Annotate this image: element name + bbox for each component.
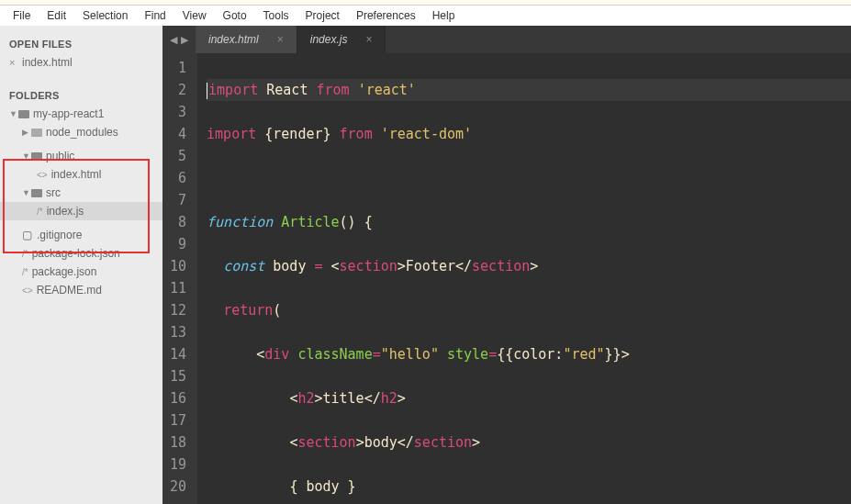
file-type-icon: <> [37,170,48,180]
menu-help[interactable]: Help [425,6,463,25]
tab-index-js[interactable]: index.js × [297,26,386,53]
tab-label: index.html [208,33,259,46]
menu-preferences[interactable]: Preferences [349,6,423,25]
tree-src-index[interactable]: /* index.js [0,202,162,220]
tab-row: ◀ ▶ index.html × index.js × [162,26,851,53]
folder-icon [31,129,46,137]
code-content[interactable]: import React from 'react' import {render… [197,53,851,504]
close-icon[interactable]: × [9,57,18,68]
menu-tools[interactable]: Tools [256,6,297,25]
editor-area: ◀ ▶ index.html × index.js × 123456789101… [162,26,851,504]
menu-view[interactable]: View [175,6,214,25]
tree-readme[interactable]: <> README.md [0,281,162,299]
close-icon[interactable]: × [365,33,372,46]
menu-find[interactable]: Find [137,6,173,25]
file-type-icon: /* [22,249,28,259]
tree-label: README.md [37,284,102,297]
tree-label: index.js [47,205,84,218]
chevron-down-icon: ▼ [22,151,31,161]
tree-label: src [46,186,61,199]
file-type-icon: <> [22,286,33,296]
tree-label: index.html [51,168,102,181]
chevron-down-icon: ▼ [9,109,18,118]
tree-gitignore[interactable]: ▢ .gitignore [0,226,162,244]
file-icon: ▢ [22,229,37,241]
tree-node-modules[interactable]: ▶ node_modules [0,123,162,141]
nav-left-icon[interactable]: ◀ [170,34,177,46]
tree-src[interactable]: ▼ src [0,184,162,202]
tree-package-lock[interactable]: /* package-lock.json [0,244,162,263]
file-type-icon: /* [37,207,43,217]
tree-public[interactable]: ▼ public [0,147,162,165]
tree-public-index[interactable]: <> index.html [0,165,162,184]
chevron-right-icon: ▶ [22,128,31,137]
line-gutter: 1234567891011121314151617181920 [162,53,197,504]
tree-package[interactable]: /* package.json [0,263,162,281]
open-files-heading: OPEN FILES [0,33,162,53]
open-file-item[interactable]: × index.html [0,53,162,72]
sidebar: OPEN FILES × index.html FOLDERS ▼ my-app… [0,26,162,504]
open-file-name: index.html [22,56,73,69]
folders-heading: FOLDERS [0,84,162,105]
menu-edit[interactable]: Edit [39,6,73,25]
folder-icon [31,189,46,197]
menu-project[interactable]: Project [298,6,347,25]
tree-label: .gitignore [37,229,82,241]
tree-label: package.json [32,265,97,278]
file-type-icon: /* [22,267,28,277]
chevron-down-icon: ▼ [22,188,31,197]
code-area[interactable]: 1234567891011121314151617181920 import R… [162,53,851,504]
folder-icon [18,110,33,118]
tree-label: package-lock.json [32,247,120,260]
tab-label: index.js [310,33,348,46]
tree-root[interactable]: ▼ my-app-react1 [0,105,162,123]
close-icon[interactable]: × [277,33,284,46]
nav-right-icon[interactable]: ▶ [181,34,188,46]
menu-goto[interactable]: Goto [216,6,254,25]
tree-label: my-app-react1 [33,107,104,120]
tree-label: public [46,150,74,162]
menu-selection[interactable]: Selection [75,6,135,25]
menubar: File Edit Selection Find View Goto Tools… [0,6,851,26]
tab-nav: ◀ ▶ [162,26,196,53]
folder-icon [31,152,46,161]
tab-index-html[interactable]: index.html × [196,26,297,53]
menu-file[interactable]: File [6,6,38,25]
tree-label: node_modules [46,126,118,139]
